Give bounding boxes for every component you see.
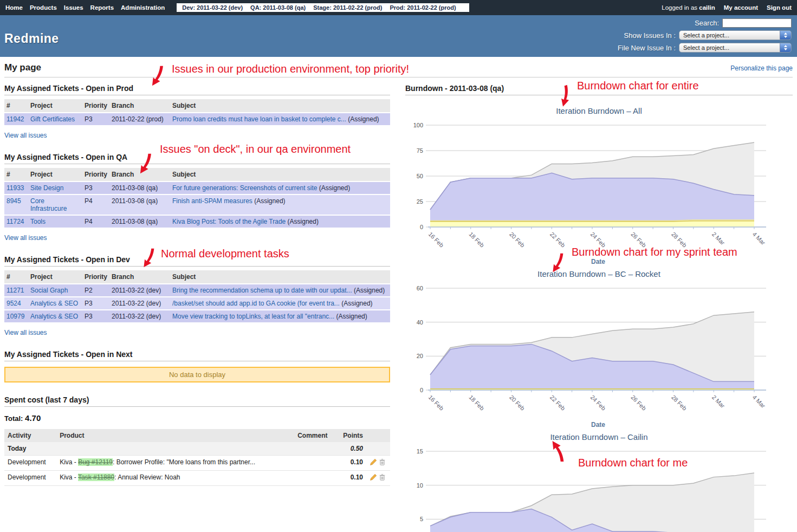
issue-id-link[interactable]: 11271 bbox=[7, 287, 24, 294]
spent-cost-section: Spent cost (last 7 days)Total: 4.70Activ… bbox=[4, 395, 390, 486]
branch-cell: 2011-03-22 (dev) bbox=[109, 284, 170, 296]
issue-id-link[interactable]: 8945 bbox=[7, 197, 21, 205]
show-issues-label: Show Issues In : bbox=[624, 31, 676, 40]
issue-status: (Assigned) bbox=[354, 287, 385, 294]
annotation-arrow-down-left-icon bbox=[147, 65, 167, 87]
svg-text:40: 40 bbox=[417, 319, 423, 326]
priority-cell: P4 bbox=[82, 195, 109, 215]
branch-cell: 2011-03-08 (qa) bbox=[109, 182, 170, 194]
spent-row: DevelopmentKiva - Bug #12119: Borrower P… bbox=[4, 456, 390, 471]
annotation-arrow-down-left-icon bbox=[548, 252, 567, 273]
svg-text:0: 0 bbox=[420, 224, 423, 230]
svg-text:50: 50 bbox=[417, 173, 423, 179]
chart-title: Iteration Burndown – Cailin bbox=[405, 432, 793, 442]
closed-issue-link[interactable]: Bug #12119 bbox=[78, 458, 113, 466]
view-all-issues-link[interactable]: View all issues bbox=[4, 329, 47, 336]
assigned-tickets-section: My Assigned Tickets - Open in Prod#Proje… bbox=[4, 84, 390, 140]
menu-item-home[interactable]: Home bbox=[5, 4, 23, 11]
issue-status: (Assigned) bbox=[319, 184, 350, 192]
my-account-link[interactable]: My account bbox=[724, 4, 758, 11]
column-header: Project bbox=[28, 270, 82, 283]
issue-status: (Assigned) bbox=[254, 197, 285, 205]
search-input[interactable] bbox=[722, 18, 792, 28]
username: cailin bbox=[699, 4, 715, 11]
file-new-issue-label: File New Issue In : bbox=[618, 44, 676, 52]
column-header: # bbox=[4, 99, 28, 112]
issue-subject-link[interactable]: Move view tracking to topLinks, at least… bbox=[172, 313, 334, 320]
select-arrows-icon bbox=[780, 43, 791, 52]
issue-subject-link[interactable]: /basket/set should add app.id to GA cook… bbox=[172, 300, 340, 307]
menu-item-administration[interactable]: Administration bbox=[121, 4, 165, 11]
project-link[interactable]: Core Infrastrucure bbox=[30, 197, 67, 212]
issue-id-link[interactable]: 10979 bbox=[7, 313, 24, 320]
closed-issue-link[interactable]: Task #11880 bbox=[78, 473, 114, 481]
view-all-issues-link[interactable]: View all issues bbox=[4, 234, 47, 242]
sign-out-link[interactable]: Sign out bbox=[767, 4, 792, 11]
priority-cell: P4 bbox=[82, 216, 109, 228]
svg-text:20 Feb: 20 Feb bbox=[508, 231, 526, 249]
project-link[interactable]: Tools bbox=[30, 218, 46, 225]
app-logo: Redmine bbox=[4, 31, 59, 46]
svg-text:18 Feb: 18 Feb bbox=[468, 231, 485, 249]
column-header: Subject bbox=[170, 168, 390, 181]
issue-id-link[interactable]: 11933 bbox=[7, 184, 24, 192]
menu-item-products[interactable]: Products bbox=[30, 4, 57, 11]
issue-subject-link[interactable]: Kiva Blog Post: Tools of the Agile Trade bbox=[172, 218, 286, 225]
project-link[interactable]: Site Design bbox=[30, 184, 63, 192]
issue-row: 11933Site DesignP32011-03-08 (qa)For fut… bbox=[4, 182, 390, 194]
annotation-qa: Issues "on deck", in our qa environment bbox=[160, 143, 351, 155]
column-header: Branch bbox=[109, 99, 170, 112]
branch-cell: 2011-03-08 (qa) bbox=[109, 195, 170, 215]
issue-id-link[interactable]: 9524 bbox=[7, 300, 21, 307]
delete-trash-icon[interactable] bbox=[379, 475, 386, 483]
file-new-issue-select[interactable]: Select a project... bbox=[679, 43, 792, 53]
chart-title: Iteration Burndown – All bbox=[405, 106, 793, 115]
view-all-issues-link[interactable]: View all issues bbox=[4, 132, 47, 139]
svg-text:60: 60 bbox=[417, 285, 423, 291]
project-link[interactable]: Social Graph bbox=[30, 287, 68, 294]
priority-cell: P2 bbox=[82, 284, 109, 296]
column-header: # bbox=[4, 270, 28, 283]
annotation-burndown-all: Burndown chart for entire bbox=[577, 80, 699, 92]
issue-subject-link[interactable]: Promo loan credits must have loan in bas… bbox=[172, 115, 346, 123]
issue-subject-link[interactable]: For future generations: Screenshots of c… bbox=[172, 184, 317, 192]
menu-item-reports[interactable]: Reports bbox=[90, 4, 114, 11]
annotation-dev: Normal development tasks bbox=[161, 248, 289, 260]
svg-text:4 Mar: 4 Mar bbox=[751, 231, 767, 246]
priority-cell: P3 bbox=[82, 182, 109, 194]
column-header: Project bbox=[28, 168, 82, 181]
issue-id-link[interactable]: 11724 bbox=[7, 218, 24, 225]
column-header: Priority bbox=[82, 168, 109, 181]
select-arrows-icon bbox=[780, 31, 791, 40]
issues-table: #ProjectPriorityBranchSubject11271Social… bbox=[4, 269, 390, 323]
column-header: # bbox=[4, 168, 28, 181]
points-cell: 0.10 bbox=[334, 471, 366, 486]
branch-cell: 2011-02-22 (prod) bbox=[109, 113, 170, 125]
issue-status: (Assigned) bbox=[288, 218, 319, 225]
spent-group-row: Today0.50 bbox=[4, 442, 390, 456]
issue-id-link[interactable]: 11942 bbox=[7, 115, 24, 123]
menu-item-issues[interactable]: Issues bbox=[64, 4, 83, 11]
app-header: Redmine Search: Show Issues In : Select … bbox=[0, 15, 797, 57]
column-header: Project bbox=[28, 99, 82, 112]
activity-cell: Development bbox=[4, 471, 56, 486]
issue-subject-link[interactable]: Bring the recommendation schema up to da… bbox=[172, 287, 352, 294]
edit-pencil-icon[interactable] bbox=[370, 460, 377, 468]
spent-row: DevelopmentKiva - Task #11880: Annual Re… bbox=[4, 471, 390, 486]
show-issues-select[interactable]: Select a project... bbox=[679, 30, 792, 40]
project-link[interactable]: Gift Certificates bbox=[30, 115, 75, 123]
project-link[interactable]: Analytics & SEO bbox=[30, 313, 78, 320]
edit-pencil-icon[interactable] bbox=[370, 475, 377, 483]
delete-trash-icon[interactable] bbox=[379, 460, 386, 468]
personalize-page-link[interactable]: Personalize this page bbox=[730, 64, 793, 72]
main-menu: HomeProductsIssuesReportsAdministration bbox=[5, 4, 165, 11]
section-heading: My Assigned Tickets - Open in Prod bbox=[4, 84, 390, 95]
chart-title: Iteration Burndown – BC – Rocket bbox=[405, 269, 793, 278]
svg-text:16 Feb: 16 Feb bbox=[427, 231, 445, 249]
annotation-arrow-down-left-icon bbox=[135, 153, 155, 174]
env-item: Stage: 2011-02-22 (prod) bbox=[313, 4, 382, 11]
issue-status: (Assigned) bbox=[341, 300, 372, 307]
project-link[interactable]: Analytics & SEO bbox=[30, 300, 78, 307]
issue-subject-link[interactable]: Finish anti-SPAM measures bbox=[172, 197, 252, 205]
burndown-chart-block: Iteration Burndown – Cailin05101516 Feb1… bbox=[405, 432, 793, 532]
